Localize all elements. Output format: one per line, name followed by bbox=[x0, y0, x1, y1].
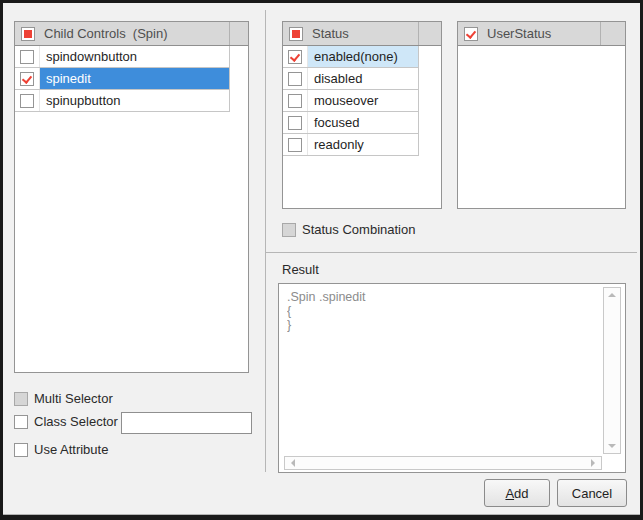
multi-selector-label: Multi Selector bbox=[34, 391, 113, 406]
row-checkbox[interactable] bbox=[20, 72, 34, 86]
list-item-readonly[interactable]: readonly bbox=[283, 134, 419, 156]
status-title: Status bbox=[312, 26, 349, 41]
result-label: Result bbox=[282, 262, 319, 277]
horizontal-scrollbar[interactable] bbox=[284, 456, 602, 470]
list-item-label: enabled(none) bbox=[308, 46, 418, 67]
list-item-spindownbutton[interactable]: spindownbutton bbox=[15, 46, 230, 68]
list-item-label: mouseover bbox=[308, 90, 418, 111]
checkbox-cell bbox=[15, 90, 40, 111]
status-combination-option: Status Combination bbox=[282, 222, 415, 237]
child-controls-title: Child Controls (Spin) bbox=[44, 26, 168, 41]
vertical-divider bbox=[265, 10, 266, 472]
add-button[interactable]: Add bbox=[484, 479, 550, 507]
user-status-title: UserStatus bbox=[487, 26, 551, 41]
user-status-header: UserStatus bbox=[458, 22, 625, 46]
row-checkbox[interactable] bbox=[288, 50, 302, 64]
status-combination-label: Status Combination bbox=[302, 222, 415, 237]
list-item-label: focused bbox=[308, 112, 418, 133]
user-status-panel: UserStatus bbox=[457, 21, 626, 209]
header-separator bbox=[229, 22, 230, 45]
scroll-right-icon[interactable] bbox=[591, 459, 595, 467]
status-header-checkbox[interactable] bbox=[289, 27, 303, 41]
dialog-window: Child Controls (Spin) spindownbutton spi… bbox=[0, 0, 643, 520]
status-panel: Status enabled(none) disabled mouseover … bbox=[282, 21, 442, 209]
checkbox-cell bbox=[283, 46, 308, 67]
class-selector-checkbox[interactable] bbox=[14, 415, 28, 429]
multi-selector-checkbox bbox=[14, 392, 28, 406]
row-checkbox[interactable] bbox=[20, 50, 34, 64]
add-button-mnemonic: A bbox=[505, 486, 514, 501]
cancel-button-label: Cancel bbox=[572, 486, 612, 501]
use-attribute-label: Use Attribute bbox=[34, 442, 108, 457]
class-selector-option[interactable]: Class Selector bbox=[14, 414, 118, 429]
list-item-mouseover[interactable]: mouseover bbox=[283, 90, 419, 112]
multi-selector-option: Multi Selector bbox=[14, 391, 113, 406]
class-selector-input[interactable] bbox=[121, 412, 252, 434]
vertical-scrollbar[interactable] bbox=[603, 287, 621, 454]
header-separator bbox=[418, 22, 419, 45]
checkbox-cell bbox=[283, 134, 308, 155]
child-controls-header-checkbox[interactable] bbox=[21, 27, 35, 41]
result-text[interactable]: .Spin .spinedit { } bbox=[287, 290, 597, 450]
list-item-label: spinupbutton bbox=[40, 90, 229, 111]
child-controls-panel: Child Controls (Spin) spindownbutton spi… bbox=[14, 21, 249, 373]
checkbox-cell bbox=[283, 112, 308, 133]
checkbox-cell bbox=[15, 68, 40, 89]
list-item-label: spindownbutton bbox=[40, 46, 229, 67]
list-item-label: readonly bbox=[308, 134, 418, 155]
child-controls-header: Child Controls (Spin) bbox=[15, 22, 248, 46]
cancel-button[interactable]: Cancel bbox=[557, 479, 627, 507]
row-checkbox[interactable] bbox=[288, 94, 302, 108]
list-item-spinupbutton[interactable]: spinupbutton bbox=[15, 90, 230, 112]
class-selector-label: Class Selector bbox=[34, 414, 118, 429]
result-box: .Spin .spinedit { } bbox=[278, 283, 626, 473]
checkbox-cell bbox=[283, 68, 308, 89]
list-item-disabled[interactable]: disabled bbox=[283, 68, 419, 90]
status-header: Status bbox=[283, 22, 441, 46]
add-button-label: dd bbox=[514, 486, 528, 501]
use-attribute-option[interactable]: Use Attribute bbox=[14, 442, 108, 457]
list-item-enabled[interactable]: enabled(none) bbox=[283, 46, 419, 68]
row-checkbox[interactable] bbox=[288, 72, 302, 86]
row-checkbox[interactable] bbox=[288, 116, 302, 130]
status-combination-checkbox bbox=[282, 223, 296, 237]
list-item-label: spinedit bbox=[40, 68, 229, 89]
user-status-header-checkbox[interactable] bbox=[464, 27, 478, 41]
checkbox-cell bbox=[283, 90, 308, 111]
scroll-left-icon[interactable] bbox=[291, 459, 295, 467]
list-item-focused[interactable]: focused bbox=[283, 112, 419, 134]
list-item-spinedit[interactable]: spinedit bbox=[15, 68, 230, 90]
row-checkbox[interactable] bbox=[288, 138, 302, 152]
checkbox-cell bbox=[15, 46, 40, 67]
header-separator bbox=[600, 22, 601, 45]
scroll-down-icon[interactable] bbox=[608, 444, 616, 448]
list-item-label: disabled bbox=[308, 68, 418, 89]
row-checkbox[interactable] bbox=[20, 94, 34, 108]
horizontal-divider bbox=[266, 252, 637, 253]
use-attribute-checkbox[interactable] bbox=[14, 443, 28, 457]
scroll-up-icon[interactable] bbox=[608, 293, 616, 297]
